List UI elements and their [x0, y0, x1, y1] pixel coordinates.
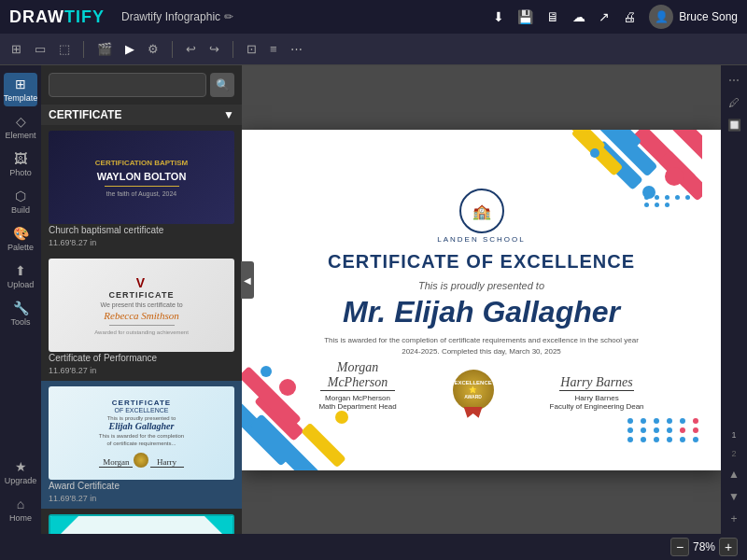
sidebar-item-upload[interactable]: ⬆ Upload	[4, 259, 37, 293]
project-name: Drawtify Infographic ✏	[121, 10, 233, 23]
layout2-icon[interactable]: ⬚	[55, 40, 74, 58]
search-button[interactable]: 🔍	[210, 73, 234, 97]
panel-collapse-button[interactable]: ◀	[241, 261, 254, 299]
sidebar-item-home[interactable]: ⌂ Home	[4, 493, 37, 526]
download-icon[interactable]: ⬇	[493, 9, 504, 24]
undo-icon[interactable]: ↩	[182, 40, 200, 58]
award-medal-container: EXCELLENCE ⭐ AWARD	[453, 370, 494, 411]
edit-icon[interactable]: ✏	[224, 10, 233, 23]
secondary-toolbar: ⊞ ▭ ⬚ 🎬 ▶ ⚙ ↩ ↪ ⊡ ≡ ⋯	[0, 34, 747, 65]
template-title-award: Award Certificate	[49, 481, 234, 491]
bottom-bar: − 78% +	[0, 534, 747, 560]
zoom-control: − 78% +	[670, 538, 738, 556]
app-logo: DRAWTIFY	[9, 7, 105, 27]
search-bar: 🔍	[41, 65, 242, 105]
align-icon[interactable]: ≡	[266, 40, 281, 58]
upgrade-icon: ★	[15, 459, 27, 474]
cert-signatures: Morgan McPherson Morgan McPherson Math D…	[318, 370, 643, 411]
right-icon-3[interactable]: 🔲	[725, 116, 744, 134]
signer2-name: Harry Barnes	[575, 394, 619, 402]
right-icon-1[interactable]: ⋯	[726, 71, 742, 90]
template-dims-award: 11.69'8.27 in	[49, 494, 234, 503]
cert-title: CERTIFICATE OF EXCELLENCE	[328, 251, 635, 273]
signer1-name: Morgan McPherson	[325, 394, 390, 402]
redo-icon[interactable]: ↪	[205, 40, 223, 58]
sidebar-item-photo[interactable]: 🖼 Photo	[4, 147, 37, 181]
template-title-baptism: Church baptismal certificate	[49, 225, 234, 235]
template-item-award[interactable]: CERTIFICATE OF EXCELLENCE This is proudl…	[41, 381, 242, 509]
element-icon: ◇	[16, 114, 26, 129]
top-toolbar: ⬇ 💾 🖥 ☁ ↗ 🖨 👤 Bruce Song	[493, 5, 738, 29]
template-dims-performance: 11.69'8.27 in	[49, 366, 234, 375]
template-list: CERTIFICATION BAPTISM WAYLON BOLTON the …	[41, 125, 242, 534]
right-sidebar: ⋯ 🖊 🔲 1 2 ▲ ▼ +	[721, 65, 747, 534]
sig-line-2: Harry Barnes	[559, 372, 634, 391]
user-name: Bruce Song	[679, 10, 738, 23]
palette-icon: 🎨	[13, 226, 29, 241]
home-icon: ⌂	[17, 497, 24, 511]
canvas-area[interactable]: 🏫 LANDEN SCHOOL CERTIFICATE OF EXCELLENC…	[242, 65, 721, 534]
sidebar-item-build[interactable]: ⬡ Build	[4, 185, 37, 218]
more-icon[interactable]: ⋯	[287, 40, 306, 58]
settings-icon[interactable]: ⚙	[144, 40, 162, 58]
share-icon[interactable]: ↗	[599, 9, 610, 24]
cloud-icon[interactable]: ☁	[572, 9, 585, 24]
zoom-out-button[interactable]: −	[670, 538, 689, 556]
top-bar: DRAWTIFY Drawtify Infographic ✏ ⬇ 💾 🖥 ☁ …	[0, 0, 747, 34]
sidebar-item-tools[interactable]: 🔧 Tools	[4, 297, 37, 330]
template-item-performance[interactable]: V CERTIFICATE We present this certificat…	[41, 253, 242, 381]
signer2-role: Faculty of Engineering Dean	[550, 402, 644, 411]
user-avatar[interactable]: 👤	[649, 5, 673, 29]
template-thumb-baptism: CERTIFICATION BAPTISM WAYLON BOLTON the …	[49, 131, 234, 224]
tools-icon: 🔧	[13, 301, 29, 315]
grid-icon[interactable]: ⊞	[7, 40, 25, 58]
cert-description: This is awarded for the completion of ce…	[323, 335, 641, 356]
right-icon-2[interactable]: 🖊	[726, 93, 742, 112]
upload-icon: ⬆	[15, 263, 26, 278]
template-icon: ⊞	[15, 77, 26, 91]
save-icon[interactable]: 💾	[517, 9, 533, 24]
sig-block-1: Morgan McPherson Morgan McPherson Math D…	[318, 372, 396, 411]
cert-school-logo: 🏫	[459, 189, 504, 233]
layout1-icon[interactable]: ▭	[31, 40, 49, 58]
template-item-excellence[interactable]: 🏫 CERTIFICATE OF EXCELLENCE This is prou…	[41, 509, 242, 534]
monitor-icon[interactable]: 🖥	[546, 9, 559, 24]
right-icon-pages2: 2	[728, 446, 739, 461]
award-text: EXCELLENCE	[454, 380, 491, 386]
scroll-down-icon[interactable]: ▼	[726, 487, 742, 506]
right-icon-pages: 1	[728, 427, 739, 442]
play-icon[interactable]: ▶	[121, 40, 138, 58]
cert-presented-text: This is proudly presented to	[418, 280, 544, 291]
cert-recipient-name: Mr. Elijah Gallagher	[343, 295, 620, 329]
sig-block-2: Harry Barnes Harry Barnes Faculty of Eng…	[550, 372, 644, 411]
sidebar-item-palette[interactable]: 🎨 Palette	[4, 222, 37, 256]
print-icon[interactable]: 🖨	[623, 9, 636, 24]
user-info: 👤 Bruce Song	[649, 5, 738, 29]
certificate-canvas[interactable]: 🏫 LANDEN SCHOOL CERTIFICATE OF EXCELLENC…	[242, 130, 721, 470]
signer1-role: Math Department Head	[318, 402, 396, 411]
main-layout: ⊞ Template ◇ Element 🖼 Photo ⬡ Build 🎨 P…	[0, 65, 747, 534]
template-item-baptism[interactable]: CERTIFICATION BAPTISM WAYLON BOLTON the …	[41, 125, 242, 253]
template-thumb-performance: V CERTIFICATE We present this certificat…	[49, 259, 234, 352]
template-title-performance: Certificate of Performance	[49, 353, 234, 363]
template-dims-baptism: 11.69'8.27 in	[49, 238, 234, 247]
template-panel: 🔍 CERTIFICATE ▼ CERTIFICATION BAPTISM WA…	[41, 65, 242, 534]
photo-icon: 🖼	[14, 151, 27, 166]
award-medal: EXCELLENCE ⭐ AWARD	[453, 370, 494, 411]
zoom-in-button[interactable]: +	[719, 538, 738, 556]
build-icon: ⬡	[15, 189, 26, 203]
sidebar-item-template[interactable]: ⊞ Template	[4, 73, 37, 106]
scroll-up-icon[interactable]: ▲	[726, 465, 742, 483]
cert-school-name: LANDEN SCHOOL	[437, 235, 525, 244]
left-sidebar: ⊞ Template ◇ Element 🖼 Photo ⬡ Build 🎨 P…	[0, 65, 41, 534]
sig-script-2: Harry Barnes	[560, 375, 632, 390]
right-icon-zoom[interactable]: +	[727, 510, 740, 528]
category-dropdown-icon[interactable]: ▼	[223, 108, 234, 121]
template-thumb-award: CERTIFICATE OF EXCELLENCE This is proudl…	[49, 386, 234, 480]
sidebar-item-upgrade[interactable]: ★ Upgrade	[4, 455, 37, 489]
video-icon[interactable]: 🎬	[93, 40, 116, 58]
search-input[interactable]	[49, 73, 206, 97]
sidebar-item-element[interactable]: ◇ Element	[4, 110, 37, 144]
sig-line-1: Morgan McPherson	[320, 372, 395, 391]
crop-icon[interactable]: ⊡	[243, 40, 261, 58]
